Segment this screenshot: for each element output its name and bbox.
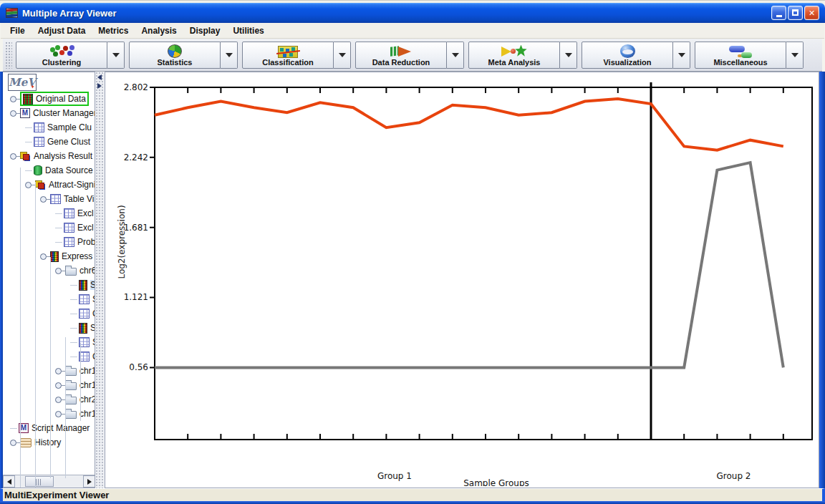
- menu-analysis[interactable]: Analysis: [135, 24, 183, 38]
- menu-metrics[interactable]: Metrics: [92, 24, 135, 38]
- tree-item-sample-clu[interactable]: Sample Clu: [3, 120, 95, 135]
- tool-button-label: Miscellaneous: [713, 58, 767, 67]
- tree-expander-icon[interactable]: [25, 181, 35, 188]
- tree-item-label: Excl: [77, 208, 94, 218]
- chevron-down-icon: [452, 53, 459, 61]
- grid-icon: [79, 309, 90, 319]
- classification-button[interactable]: Classification: [242, 42, 334, 69]
- tree-expander-icon[interactable]: [40, 195, 50, 203]
- grid-icon: [64, 223, 74, 233]
- menu-file[interactable]: File: [4, 24, 32, 38]
- window-controls: ✕: [771, 6, 819, 20]
- tree-item-chr15[interactable]: chr15: [3, 378, 95, 392]
- tree-expander-icon[interactable]: [10, 110, 20, 117]
- tree-item-cluster-manager[interactable]: MCluster Manager: [3, 106, 95, 120]
- tree-item-attract-signi[interactable]: Attract-Signi: [3, 178, 95, 192]
- tree-expander-icon[interactable]: [55, 410, 65, 417]
- tree-item-excl[interactable]: Excl: [3, 206, 95, 220]
- mev-logo: MeV: [8, 74, 37, 91]
- tree-guide-line: [20, 168, 21, 488]
- tree-expander-icon[interactable]: [10, 95, 20, 102]
- y-tick-label: 0.56: [129, 362, 148, 372]
- tree-item-label: Excl: [77, 223, 94, 233]
- tree-item-s[interactable]: S: [3, 292, 95, 306]
- window-title: Multiple Array Viewer: [22, 8, 117, 19]
- tree-item-data-source[interactable]: Data Source: [3, 163, 95, 178]
- tree-connector: [55, 213, 62, 214]
- tree-item-label: Cluster Manager: [33, 108, 95, 118]
- meta-analysis-button[interactable]: Meta Analysis: [468, 42, 560, 69]
- menu-display[interactable]: Display: [183, 24, 227, 38]
- minimize-button[interactable]: [771, 6, 786, 20]
- tree-item-c[interactable]: C: [3, 349, 95, 364]
- menu-bar: FileAdjust DataMetricsAnalysisDisplayUti…: [1, 23, 824, 39]
- clustering-button[interactable]: Clustering: [16, 42, 107, 69]
- tree-item-original-data[interactable]: Original Data: [3, 92, 95, 106]
- tree-item-excl[interactable]: Excl: [3, 220, 95, 235]
- tree-expander-icon[interactable]: [10, 439, 20, 446]
- expression-chart-panel: 2.8022.2421.6811.1210.56Log2(expression)…: [105, 72, 819, 488]
- tree-item-table-vi[interactable]: Table Vi: [3, 192, 95, 206]
- tree-item-script-manager[interactable]: MScript Manager: [3, 421, 95, 435]
- tree-item-history[interactable]: History: [3, 435, 95, 450]
- tree-item-express[interactable]: Express: [3, 249, 95, 263]
- tree-item-chr15[interactable]: chr15: [3, 364, 95, 378]
- tree-item-chr6p[interactable]: chr6p: [3, 263, 95, 278]
- tree-item-label: chr15: [79, 380, 95, 390]
- title-bar[interactable]: Multiple Array Viewer ✕: [0, 3, 825, 23]
- tree-item-analysis-result[interactable]: Analysis Result: [3, 149, 95, 163]
- grid-icon: [34, 122, 44, 132]
- tree-expander-icon[interactable]: [55, 396, 65, 403]
- meta-analysis-dropdown-button[interactable]: [560, 42, 577, 69]
- miscellaneous-icon: [729, 45, 752, 58]
- scroll-left-button[interactable]: [3, 475, 15, 488]
- visualization-dropdown-button[interactable]: [673, 42, 690, 69]
- tree-expander-icon[interactable]: [55, 367, 65, 374]
- tool-group-classification: Classification: [242, 42, 351, 69]
- tree-expander-icon[interactable]: [55, 267, 65, 274]
- collapse-right-icon[interactable]: [97, 83, 102, 89]
- tree-item-label: S: [90, 323, 95, 333]
- tree-item-label: Gene Clust: [47, 137, 90, 147]
- tree-item-label: Express: [62, 251, 92, 261]
- tool-button-label: Meta Analysis: [488, 58, 541, 67]
- group2-label: Group 2: [717, 471, 751, 481]
- tree-item-s[interactable]: S: [3, 335, 95, 349]
- tree-item-label: Attract-Signi: [49, 180, 95, 190]
- clustering-icon: [49, 44, 74, 58]
- statistics-button[interactable]: Statistics: [129, 42, 221, 69]
- panel-splitter[interactable]: [95, 72, 105, 488]
- tree-item-c[interactable]: C: [3, 306, 95, 321]
- tree-item-chr1p[interactable]: chr1p: [3, 407, 95, 421]
- close-button[interactable]: ✕: [804, 6, 819, 20]
- tree-item-gene-clust[interactable]: Gene Clust: [3, 135, 95, 149]
- tree-expander-icon[interactable]: [10, 152, 20, 160]
- classification-dropdown-button[interactable]: [334, 42, 351, 69]
- tree-expander-icon[interactable]: [40, 253, 50, 260]
- statistics-dropdown-button[interactable]: [221, 42, 238, 69]
- miscellaneous-button[interactable]: Miscellaneous: [695, 42, 786, 69]
- tree-item-prob[interactable]: Prob: [3, 235, 95, 249]
- toolbar-drag-handle[interactable]: [5, 42, 12, 69]
- tree-item-s[interactable]: S: [3, 321, 95, 335]
- collapse-left-icon[interactable]: [97, 74, 102, 80]
- chevron-down-icon: [112, 53, 120, 61]
- data-reduction-button[interactable]: Data Reduction: [355, 42, 447, 69]
- tree-horizontal-scrollbar[interactable]: [3, 475, 95, 488]
- tree-expander-icon[interactable]: [55, 382, 65, 389]
- tree-item-s[interactable]: S: [3, 278, 95, 292]
- maximize-button[interactable]: [788, 6, 803, 20]
- data-reduction-dropdown-button[interactable]: [447, 42, 464, 69]
- tool-group-meta-analysis: Meta Analysis: [468, 42, 577, 69]
- series-mean-expression: [155, 99, 783, 150]
- scrollbar-thumb[interactable]: [25, 476, 54, 487]
- scroll-right-button[interactable]: [83, 475, 95, 488]
- tree-item-chr22[interactable]: chr22: [3, 392, 95, 407]
- menu-adjust-data[interactable]: Adjust Data: [32, 24, 92, 38]
- miscellaneous-dropdown-button[interactable]: [786, 42, 804, 69]
- visualization-button[interactable]: Visualization: [582, 42, 673, 69]
- squares-icon: [20, 151, 31, 161]
- menu-utilities[interactable]: Utilities: [226, 24, 270, 38]
- clustering-dropdown-button[interactable]: [107, 42, 125, 69]
- chevron-down-icon: [565, 53, 572, 61]
